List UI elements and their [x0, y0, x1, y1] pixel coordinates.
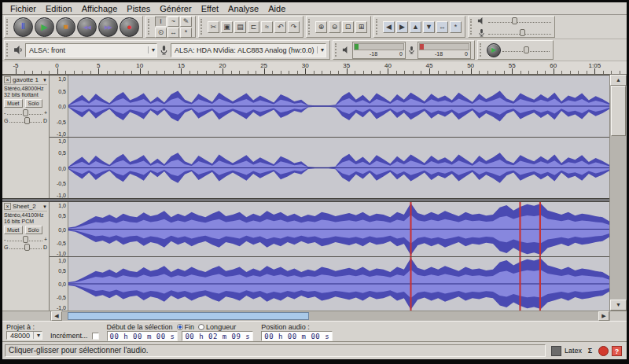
silence-button[interactable]: ≈ — [261, 21, 273, 33]
vertical-scroll-track[interactable] — [610, 86, 627, 300]
pan-slider[interactable]: G D — [4, 245, 47, 250]
audio-position-field[interactable]: 00 h 00 m 00 s — [261, 331, 333, 341]
tray-red-icon[interactable] — [598, 346, 609, 356]
toolbar-grip[interactable] — [6, 19, 10, 35]
menu-item-fichier[interactable]: Fichier — [6, 4, 41, 13]
tray-keyboard-icon[interactable] — [551, 346, 561, 356]
tool-button[interactable]: ◀ — [383, 21, 395, 33]
toolbar-grip[interactable] — [480, 43, 484, 57]
copy-button[interactable]: ▣ — [221, 21, 233, 33]
playback-meter[interactable]: -18 0 — [352, 42, 406, 59]
scroll-down-button[interactable]: ▼ — [610, 300, 627, 311]
project-rate-combo[interactable]: 48000 ▾ — [6, 331, 42, 340]
amplitude-ruler[interactable]: 1,0 0,5 0,0 -0,5 -1,0 — [50, 138, 68, 198]
toolbar-grip[interactable] — [200, 19, 204, 35]
tray-sigma-icon[interactable]: Σ — [585, 346, 595, 356]
paste-button[interactable]: ▤ — [234, 21, 246, 33]
tool-button[interactable]: ↔ — [436, 21, 448, 33]
playback-speed-slider[interactable] — [502, 49, 550, 52]
gain-slider[interactable]: - + — [4, 237, 47, 242]
toolbar-grip[interactable] — [335, 43, 339, 57]
selection-tool-button[interactable]: I — [155, 17, 167, 27]
record-button[interactable]: ● — [120, 17, 139, 37]
solo-button[interactable]: Solo — [25, 226, 42, 234]
track-close-button[interactable]: × — [4, 203, 11, 210]
zoom-in-button[interactable]: ⊕ — [315, 21, 327, 33]
timeline-ruler[interactable]: -50510152025303540455055601:05 — [2, 61, 627, 75]
selection-end-field[interactable]: 00 h 02 m 09 s — [182, 331, 253, 341]
menu-item-effet[interactable]: Effet — [197, 4, 223, 13]
scroll-up-button[interactable]: ▲ — [610, 75, 627, 86]
toolbar-grip[interactable] — [376, 19, 380, 35]
play-at-speed-button[interactable]: ▶ — [487, 43, 501, 57]
zoom-tool-button[interactable]: ⊙ — [155, 28, 167, 38]
recording-meter[interactable]: -18 0 — [417, 42, 471, 59]
input-volume-slider[interactable] — [477, 28, 551, 37]
track-name[interactable]: gavotte 1 — [13, 76, 41, 83]
toolbar-grip[interactable] — [6, 43, 10, 57]
pan-slider[interactable]: G D — [4, 118, 47, 123]
menu-item-pistes[interactable]: Pistes — [122, 4, 155, 13]
tool-button[interactable]: ▲ — [410, 21, 421, 33]
input-device-combo[interactable]: ALSA: HDA NVidia: ALC883 Analog (hw:0.0)… — [171, 43, 326, 57]
solo-button[interactable]: Solo — [25, 99, 42, 108]
cut-button[interactable]: ✂ — [208, 21, 219, 33]
tool-button[interactable]: * — [450, 21, 462, 33]
timeshift-tool-button[interactable]: ↔ — [167, 28, 179, 38]
trim-button[interactable]: ⊏ — [248, 21, 259, 33]
toolbar-grip[interactable] — [470, 19, 474, 35]
tool-button[interactable]: ▼ — [423, 21, 435, 33]
horizontal-scrollbar[interactable]: ◀ ▶ — [2, 311, 627, 321]
waveform-display[interactable] — [68, 257, 609, 311]
menu-item-analyse[interactable]: Analyse — [223, 4, 263, 13]
zoom-selection-button[interactable]: ⊡ — [342, 21, 354, 33]
waveform-display[interactable] — [68, 138, 609, 198]
scroll-left-button[interactable]: ◀ — [51, 311, 62, 321]
undo-button[interactable]: ↶ — [274, 21, 286, 33]
output-device-combo[interactable]: ALSA: front ▾ — [25, 43, 157, 57]
track-name[interactable]: Sheet_2 — [13, 203, 41, 210]
skip-to-end-button[interactable]: ▶▶ — [98, 17, 118, 37]
skip-to-start-button[interactable]: ◀◀ — [77, 17, 97, 37]
envelope-tool-button[interactable]: ~ — [167, 17, 179, 27]
horizontal-scroll-track[interactable] — [62, 311, 598, 321]
amplitude-ruler[interactable]: 1,0 0,5 0,0 -0,5 -1,0 — [50, 202, 68, 256]
menu-item-generer[interactable]: Générer — [155, 4, 196, 13]
tray-help-icon[interactable]: ? — [612, 346, 622, 356]
track-menu-button[interactable]: ▼ — [42, 78, 47, 83]
vertical-scroll-thumb[interactable] — [611, 86, 626, 136]
stop-button[interactable]: ■ — [56, 17, 75, 37]
draw-tool-icon: ✎ — [183, 17, 189, 25]
waveform-display[interactable] — [68, 202, 609, 256]
amplitude-ruler[interactable]: 1,0 0,5 0,0 -0,5 -1,0 — [50, 257, 68, 311]
zoom-fit-button[interactable]: ⊞ — [355, 21, 367, 33]
horizontal-scroll-thumb[interactable] — [68, 312, 309, 320]
vertical-scrollbar[interactable]: ▲ ▼ — [609, 75, 627, 311]
menu-item-affichage[interactable]: Affichage — [77, 4, 123, 13]
radio-end[interactable]: Fin — [177, 323, 195, 331]
pause-button[interactable]: ‖ — [13, 17, 33, 37]
amplitude-ruler[interactable]: 1,0 0,5 0,0 -0,5 -1,0 — [50, 75, 68, 137]
multi-tool-button[interactable]: * — [180, 28, 192, 38]
mute-button[interactable]: Muet — [4, 226, 23, 234]
keyboard-layout-indicator[interactable]: Latex — [565, 347, 582, 355]
tool-button[interactable]: ▶ — [396, 21, 408, 33]
output-volume-slider[interactable] — [477, 17, 551, 25]
track-menu-button[interactable]: ▼ — [42, 204, 47, 209]
gain-slider[interactable]: - + — [4, 110, 47, 116]
play-button[interactable]: ▶ — [35, 17, 54, 37]
mute-button[interactable]: Muet — [4, 99, 23, 108]
toolbar-grip[interactable] — [308, 19, 312, 35]
draw-tool-button[interactable]: ✎ — [180, 17, 192, 27]
redo-button[interactable]: ↷ — [288, 21, 300, 33]
scroll-right-button[interactable]: ▶ — [598, 311, 609, 321]
waveform-display[interactable] — [68, 75, 609, 137]
selection-start-field[interactable]: 00 h 00 m 00 s — [107, 331, 178, 341]
snap-checkbox[interactable] — [92, 333, 99, 340]
toolbar-grip[interactable] — [148, 19, 152, 35]
track-close-button[interactable]: × — [4, 76, 11, 83]
menu-item-aide[interactable]: Aide — [263, 4, 290, 13]
zoom-out-button[interactable]: ⊖ — [329, 21, 340, 33]
menu-item-edition[interactable]: Edition — [41, 4, 77, 13]
radio-length[interactable]: Longueur — [198, 323, 236, 331]
